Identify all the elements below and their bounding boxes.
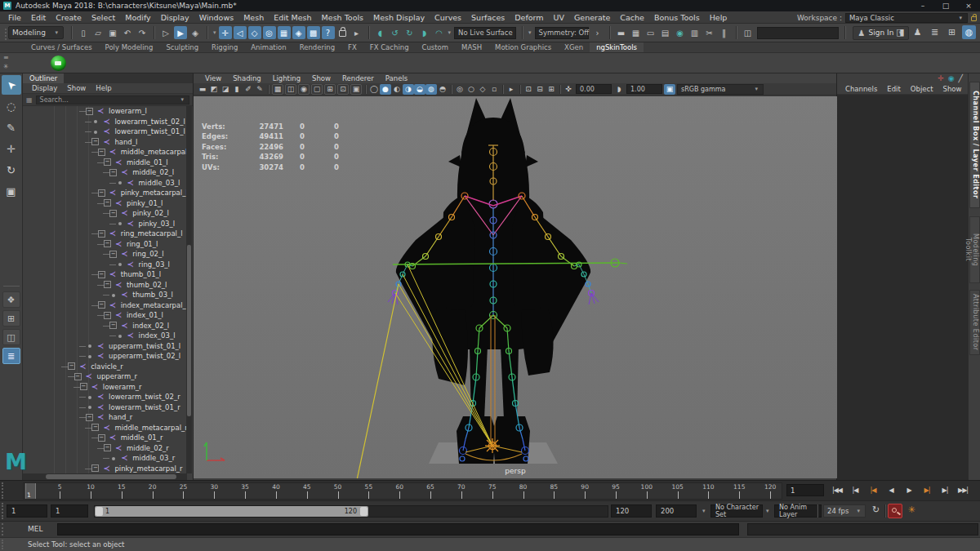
outliner-item-hand-l[interactable]: −≺hand_l — [23, 137, 187, 148]
shelf-tab-sculpting[interactable]: Sculpting — [159, 42, 205, 52]
outliner-item-pinky-03-l[interactable]: ≺pinky_03_l — [23, 219, 187, 229]
outliner-item-index-02-l[interactable]: −≺index_02_l — [23, 321, 187, 331]
outliner-item-middle-01-l[interactable]: −≺middle_01_l — [23, 158, 187, 168]
outliner-item-ring-metacarpal-l[interactable]: −≺ring_metacarpal_l — [23, 229, 187, 239]
fps-dropdown[interactable]: 24 fps ▾ — [823, 504, 866, 518]
redo-icon[interactable]: ↷ — [136, 26, 149, 39]
tree-expand-toggle[interactable]: − — [91, 424, 99, 431]
outliner-item-upperarm-twist-02-l[interactable]: ≺upperarm_twist_02_l — [23, 351, 187, 362]
snap-together-icon[interactable]: ▩ — [307, 26, 320, 39]
film-gate-icon[interactable]: ◫ — [285, 84, 296, 95]
go-to-start-button[interactable]: |◀◀ — [828, 482, 846, 498]
chevron-down-icon[interactable]: ▾ — [213, 29, 216, 36]
maximize-button[interactable]: □ — [934, 0, 957, 11]
current-frame-field[interactable]: 1 — [786, 484, 824, 496]
select-hierarchy-icon[interactable]: ▷ — [159, 26, 172, 39]
lock-camera-icon[interactable]: ◩ — [208, 84, 220, 95]
side-tab-attribute-editor[interactable]: Attribute Editor — [969, 290, 980, 355]
step-forward-frame-button[interactable]: ▶| — [918, 482, 936, 498]
scale-tool[interactable]: ▣ — [2, 181, 21, 201]
outliner-item-middle-metacarpal-r[interactable]: −≺middle_metacarpal_r — [23, 423, 187, 433]
menu-uv[interactable]: UV — [549, 13, 569, 22]
play-forwards-button[interactable]: ▶ — [900, 482, 918, 498]
tree-expand-toggle[interactable]: − — [104, 158, 111, 166]
outliner-item-ring-02-l[interactable]: −≺ring_02_l — [23, 249, 187, 260]
lasso-select-tool[interactable]: ◌ — [2, 96, 21, 116]
step-back-frame-button[interactable]: |◀ — [864, 482, 882, 498]
move-tool[interactable]: ✛ — [2, 139, 21, 158]
snap-curve-icon[interactable]: ◁ — [234, 26, 247, 39]
menu-generate[interactable]: Generate — [569, 13, 615, 22]
menu-deform[interactable]: Deform — [510, 13, 548, 22]
render-frame-icon[interactable]: ▬ — [615, 26, 628, 39]
menu-edit-mesh[interactable]: Edit Mesh — [269, 13, 316, 22]
outliner-horizontal-scrollbar[interactable] — [23, 473, 187, 480]
side-tab-channel-box-layer-editor[interactable]: Channel Box / Layer Editor — [969, 82, 980, 208]
use-all-lights-icon[interactable]: ◑ — [403, 84, 414, 95]
menu-mesh-display[interactable]: Mesh Display — [368, 13, 430, 22]
outliner-menu-help[interactable]: Help — [91, 83, 115, 93]
pause-viewport-icon[interactable]: ‖ — [718, 26, 731, 39]
shelf-tab-xgen[interactable]: XGen — [558, 42, 590, 52]
menu-select[interactable]: Select — [87, 13, 120, 22]
speed-state-icon[interactable]: ◉ — [948, 73, 955, 83]
time-slider-grip[interactable] — [2, 482, 5, 499]
exposure-icon[interactable]: ✜ — [563, 84, 574, 95]
tree-expand-toggle[interactable]: − — [91, 138, 99, 145]
outliner-search-input[interactable]: Search... ▾ — [36, 96, 189, 104]
ipr-icon[interactable]: ⊟ — [534, 84, 546, 95]
render-region-icon[interactable]: ▦ — [630, 26, 643, 39]
range-slider-track[interactable]: 1 120 — [94, 505, 608, 518]
tree-expand-toggle[interactable]: − — [98, 301, 105, 309]
snap-grid-icon[interactable]: ✛ — [219, 26, 232, 39]
view-transform-icon[interactable]: ▣ — [664, 84, 675, 95]
tree-expand-toggle[interactable]: − — [109, 169, 117, 176]
shaded-icon[interactable]: ● — [380, 84, 391, 95]
lock-selection-icon[interactable] — [339, 30, 346, 37]
tree-expand-toggle[interactable]: − — [80, 383, 87, 390]
anim-layer-dropdown[interactable]: No Anim Layer — [774, 504, 822, 518]
outliner-menu-display[interactable]: Display — [28, 83, 61, 93]
filter-icon[interactable]: ▦ — [26, 96, 33, 104]
layout-four-pane[interactable]: ⊞ — [2, 310, 20, 327]
channel-box-toggle-icon[interactable]: ≣ — [928, 25, 942, 39]
channel-box-content[interactable] — [837, 95, 968, 480]
workspace-dropdown[interactable]: Maya Classic ▾ — [845, 13, 968, 23]
tree-expand-toggle[interactable]: − — [104, 199, 111, 207]
outliner-item-index-metacarpal-l[interactable]: −≺index_metacarpal_l — [23, 300, 187, 311]
menu-file[interactable]: File — [3, 13, 26, 22]
gamma-icon[interactable]: ◗ — [613, 84, 625, 95]
playback-loop-button[interactable]: ↻ — [869, 504, 883, 518]
outliner-item-upperarm-twist-01-l[interactable]: ≺upperarm_twist_01_l — [23, 341, 187, 352]
tree-expand-toggle[interactable]: − — [104, 444, 111, 451]
grease-pencil-icon[interactable]: ✎ — [254, 84, 265, 95]
menu-help[interactable]: Help — [705, 13, 733, 22]
shelf-tab-rendering[interactable]: Rendering — [293, 42, 341, 52]
exposure-field[interactable]: 0.00 — [576, 84, 612, 94]
shadows-icon[interactable]: ◒ — [414, 84, 425, 95]
menu-mesh-tools[interactable]: Mesh Tools — [317, 13, 368, 22]
snapshot-icon[interactable]: ⊞ — [546, 84, 557, 95]
shelf-tab-fx-caching[interactable]: FX Caching — [363, 42, 416, 52]
shelf-tab-curves-surfaces[interactable]: Curves / Surfaces — [24, 42, 99, 52]
viewport-canvas[interactable]: Verts:2747100Edges:4941100Faces:2249600T… — [194, 96, 837, 478]
tree-expand-toggle[interactable]: − — [104, 240, 111, 247]
outliner-item-pinky-01-l[interactable]: −≺pinky_01_l — [23, 198, 187, 209]
gamma-field[interactable]: 1.00 — [626, 84, 662, 94]
outliner-item-lowerarm-twist-02-r[interactable]: ≺lowerarm_twist_02_r — [23, 392, 187, 402]
render-view-icon[interactable]: ▥ — [688, 26, 702, 39]
shelf-tab-rigging[interactable]: Rigging — [205, 42, 244, 52]
outliner-item-thumb-03-l[interactable]: ≺thumb_03_l — [23, 290, 187, 300]
time-slider-ruler[interactable]: 1 51015202530354045505560657075808590951… — [23, 482, 782, 500]
menu-mesh[interactable]: Mesh — [238, 13, 269, 22]
outliner-item-lowerarm-l[interactable]: −≺lowerarm_l — [23, 106, 187, 117]
safe-title-icon[interactable]: ▣ — [350, 84, 362, 95]
step-forward-key-button[interactable]: ▶| — [936, 482, 954, 498]
outliner-item-lowerarm-r[interactable]: −≺lowerarm_r — [23, 382, 187, 393]
undo-icon[interactable]: ↶ — [121, 26, 134, 39]
textured-icon[interactable]: ◐ — [391, 84, 403, 95]
highlight-selection-icon[interactable]: ▸ — [350, 26, 363, 39]
scrollbar-thumb[interactable] — [46, 474, 176, 479]
shelf-tab-fx[interactable]: FX — [341, 42, 363, 52]
symmetry-expand-icon[interactable]: › — [591, 26, 604, 39]
